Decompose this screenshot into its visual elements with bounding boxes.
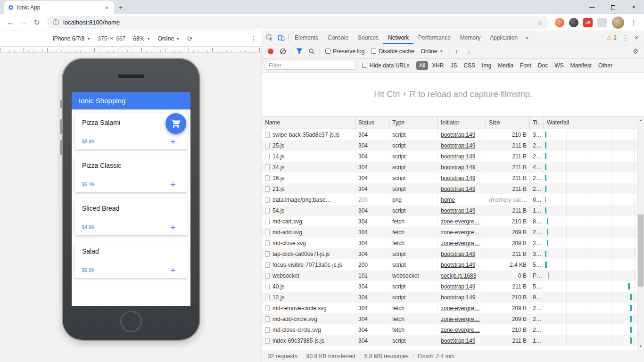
network-request-row[interactable]: 54.js304scriptbootstrap:149211 B1…: [262, 205, 644, 216]
device-toolbar-menu-icon[interactable]: ⋮: [250, 35, 257, 42]
initiator-link[interactable]: zone-evergre…: [441, 327, 480, 333]
filter-chip-img[interactable]: Img: [479, 61, 494, 70]
column-header-type[interactable]: Type: [389, 116, 438, 129]
browser-tab[interactable]: Ionic App ×: [4, 1, 114, 14]
viewport-width-field[interactable]: 375: [98, 35, 107, 42]
maximize-button[interactable]: [603, 0, 623, 14]
initiator-link[interactable]: bootstrap:149: [441, 294, 475, 301]
devtools-tab-network[interactable]: Network: [383, 31, 413, 44]
initiator-link[interactable]: zone-evergre…: [441, 316, 480, 322]
device-toolbar-toggle-icon[interactable]: [275, 32, 287, 43]
network-request-row[interactable]: 12.js304scriptbootstrap:149210 B9…: [262, 292, 644, 303]
scrollbar-thumb[interactable]: [638, 214, 644, 287]
network-request-row[interactable]: md-cart.svg304fetchzone-evergre…210 B8…: [262, 216, 644, 227]
viewport-height-field[interactable]: 667: [116, 35, 125, 42]
inspect-element-icon[interactable]: [264, 32, 275, 43]
devtools-close-icon[interactable]: ×: [631, 32, 642, 43]
scroll-up-icon[interactable]: ▲: [637, 116, 644, 123]
disable-cache-checkbox[interactable]: Disable cache: [371, 48, 414, 55]
network-throttle-select[interactable]: Online ▼: [421, 48, 443, 55]
filter-chip-manifest[interactable]: Manifest: [568, 61, 594, 70]
network-request-row[interactable]: 34.js304scriptbootstrap:149211 B4…: [262, 162, 644, 173]
devtools-tab-elements[interactable]: Elements: [290, 31, 323, 44]
devtools-tab-application[interactable]: Application: [485, 31, 522, 44]
browser-menu-icon[interactable]: ⋮: [627, 16, 640, 29]
column-header-name[interactable]: Name: [262, 116, 355, 129]
network-request-row[interactable]: md-remove-circle.svg304fetchzone-evergre…: [262, 303, 644, 313]
column-header-initiator[interactable]: Initiator: [438, 116, 486, 129]
initiator-link[interactable]: zone-evergre…: [441, 305, 480, 312]
add-to-cart-button[interactable]: +: [170, 137, 175, 147]
filter-chip-media[interactable]: Media: [495, 61, 516, 70]
filter-chip-ws[interactable]: WS: [552, 61, 566, 70]
initiator-link[interactable]: bootstrap:149: [441, 207, 475, 214]
back-icon[interactable]: ←: [4, 16, 17, 29]
preserve-log-checkbox[interactable]: Preserve log: [325, 48, 364, 55]
devtools-tab-performance[interactable]: Performance: [413, 31, 455, 44]
column-header-ti[interactable]: Ti…: [530, 116, 544, 129]
record-button[interactable]: [268, 49, 273, 54]
network-request-row[interactable]: 40.js304scriptbootstrap:149211 B5…: [262, 281, 644, 292]
import-har-icon[interactable]: ↑: [451, 46, 462, 57]
initiator-link[interactable]: bootstrap:149: [441, 175, 475, 181]
devtools-tab-sources[interactable]: Sources: [353, 31, 383, 44]
extension-icon-2[interactable]: [569, 18, 578, 27]
add-to-cart-button[interactable]: +: [170, 180, 175, 190]
rotate-icon[interactable]: ⟳: [187, 35, 193, 42]
filter-chip-other[interactable]: Other: [595, 61, 615, 70]
search-icon[interactable]: [306, 46, 317, 57]
zoom-select[interactable]: 68% ▼: [133, 35, 150, 42]
initiator-link[interactable]: zone-evergre…: [441, 218, 480, 225]
network-request-row[interactable]: data:image/png;base…200pnghome(memory ca…: [262, 194, 644, 205]
network-request-row[interactable]: index-69c37885-js.js304scriptbootstrap:1…: [262, 335, 644, 346]
filter-chip-xhr[interactable]: XHR: [429, 61, 446, 70]
tab-close-icon[interactable]: ×: [104, 4, 109, 11]
network-request-row[interactable]: md-add.svg304fetchzone-evergre…209 B2…: [262, 227, 644, 238]
initiator-link[interactable]: bootstrap:149: [441, 164, 475, 171]
filter-chip-all[interactable]: All: [416, 61, 428, 70]
initiator-link[interactable]: bootstrap:149: [441, 283, 475, 290]
device-select[interactable]: iPhone 6/7/8 ▼: [53, 35, 90, 42]
network-request-row[interactable]: md-add-circle.svg304fetchzone-evergre…20…: [262, 313, 644, 324]
page-info-icon[interactable]: ⓘ: [53, 18, 59, 27]
column-header-waterfall[interactable]: Waterfall: [544, 116, 644, 129]
initiator-link[interactable]: bootstrap:149: [441, 337, 475, 344]
bookmark-star-icon[interactable]: ☆: [537, 19, 543, 26]
vertical-scrollbar[interactable]: ▲ ▼: [637, 116, 644, 350]
initiator-link[interactable]: zone-evergre…: [441, 229, 480, 236]
network-request-row[interactable]: tap-click-ca00ce7f-js.js304scriptbootstr…: [262, 248, 644, 259]
devtools-tab-memory[interactable]: Memory: [455, 31, 485, 44]
initiator-link[interactable]: zone-evergre…: [441, 240, 480, 247]
network-request-row[interactable]: md-close.svg304fetchzone-evergre…209 B2…: [262, 238, 644, 248]
devtools-menu-icon[interactable]: ⋮: [619, 32, 631, 43]
network-request-row[interactable]: 16.js304scriptbootstrap:149211 B2…: [262, 173, 644, 183]
initiator-link[interactable]: sockjs.js:1683: [441, 272, 476, 279]
initiator-link[interactable]: bootstrap:149: [441, 251, 475, 257]
settings-gear-icon[interactable]: ⚙: [630, 46, 641, 57]
initiator-link[interactable]: bootstrap:149: [441, 153, 475, 160]
column-header-size[interactable]: Size: [486, 116, 530, 129]
add-to-cart-button[interactable]: +: [170, 222, 175, 233]
filter-chip-font[interactable]: Font: [517, 61, 534, 70]
filter-icon[interactable]: [294, 46, 305, 57]
device-throttle-select[interactable]: Online ▼: [157, 35, 180, 42]
refresh-icon[interactable]: ↻: [30, 16, 43, 29]
column-header-status[interactable]: Status: [355, 116, 389, 129]
forward-icon[interactable]: →: [17, 16, 30, 29]
filter-chip-doc[interactable]: Doc: [535, 61, 551, 70]
minimize-button[interactable]: —: [582, 0, 603, 14]
more-tabs-icon[interactable]: »: [522, 34, 531, 41]
cart-fab-button[interactable]: [165, 113, 186, 134]
extension-icon-off[interactable]: off: [583, 18, 593, 27]
address-bar[interactable]: ⓘ localhost:8100/home ☆: [47, 16, 549, 29]
network-request-row[interactable]: md-close-circle.svg304fetchzone-evergre……: [262, 324, 644, 335]
filter-chip-css[interactable]: CSS: [461, 61, 478, 70]
scroll-down-icon[interactable]: ▼: [637, 343, 644, 350]
close-window-button[interactable]: ×: [623, 0, 644, 14]
hide-data-urls-checkbox[interactable]: Hide data URLs: [362, 62, 410, 69]
profile-avatar[interactable]: [612, 16, 624, 29]
console-warnings-badge[interactable]: ⚠ 2: [607, 34, 617, 41]
extension-icon-1[interactable]: [555, 18, 564, 27]
network-request-row[interactable]: focus-visible-70713a0c-js.js200scriptboo…: [262, 259, 644, 270]
network-request-row[interactable]: swipe-back-35ad8e37-js.js304scriptbootst…: [262, 129, 644, 140]
